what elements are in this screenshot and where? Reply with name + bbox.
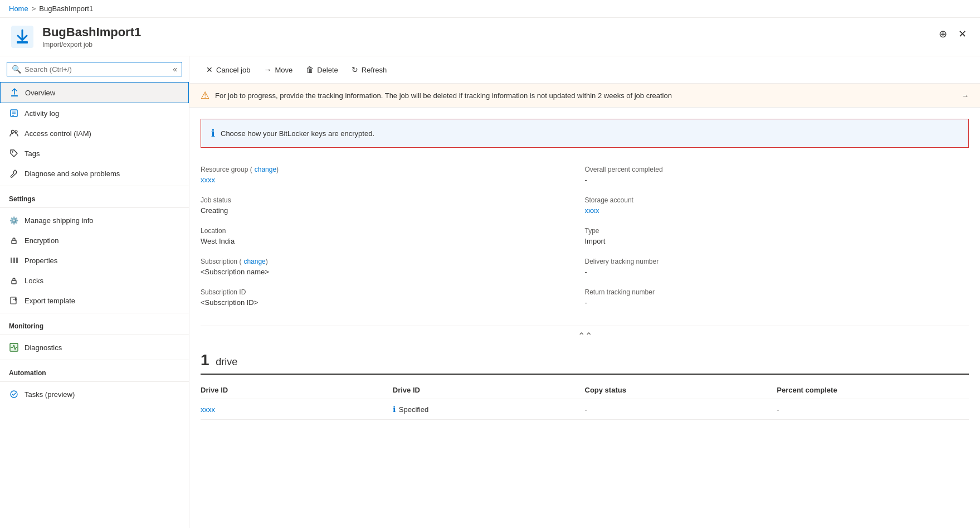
- details-section: Resource group (change) xxxx Job status …: [201, 161, 969, 314]
- tasks-icon: [9, 389, 19, 399]
- pin-button[interactable]: ⊕: [937, 26, 949, 42]
- drive-id-link[interactable]: xxxx: [201, 405, 215, 414]
- cancel-job-button[interactable]: ✕ Cancel job: [201, 62, 256, 77]
- drive-section: 1 drive Drive ID Drive ID Copy status Pe…: [201, 351, 969, 420]
- subscription-id-label: Subscription ID: [201, 288, 585, 296]
- subscription-id-value: <Subscription ID>: [201, 298, 585, 307]
- collapse-arrows-icon: ⌃⌃: [578, 331, 592, 341]
- detail-col-left: Resource group (change) xxxx Job status …: [201, 161, 585, 314]
- sidebar-item-properties[interactable]: Properties: [0, 250, 189, 270]
- breadcrumb: Home > BugBashImport1: [0, 0, 980, 18]
- location-item: Location West India: [201, 222, 585, 253]
- job-status-item: Job status Creating: [201, 192, 585, 222]
- drive-number: 1: [201, 351, 209, 369]
- sidebar-item-label-locks: Locks: [25, 277, 43, 285]
- sidebar-item-manage-shipping[interactable]: ⚙️ Manage shipping info: [0, 210, 189, 230]
- sidebar-item-locks[interactable]: Locks: [0, 270, 189, 290]
- col-header-drive-id-2: Drive ID: [393, 381, 585, 399]
- svg-rect-12: [13, 258, 15, 263]
- delete-icon: 🗑: [306, 65, 314, 74]
- return-tracking-item: Return tracking number -: [585, 284, 969, 314]
- info-box: ℹ Choose how your BitLocker keys are enc…: [201, 119, 969, 148]
- sidebar-divider-2: [0, 313, 189, 313]
- subscription-item: Subscription (change) <Subscription name…: [201, 253, 585, 284]
- automation-section-label: Automation: [0, 362, 189, 379]
- sidebar-item-label-shipping: Manage shipping info: [25, 216, 94, 225]
- sidebar-divider-automation: [0, 381, 189, 382]
- job-status-value: Creating: [201, 206, 585, 215]
- col-header-percent-complete: Percent complete: [777, 381, 969, 399]
- sidebar-item-tags[interactable]: Tags: [0, 143, 189, 163]
- tag-icon: [9, 148, 19, 158]
- sidebar-item-overview[interactable]: Overview: [0, 82, 189, 103]
- sidebar-item-label-encryption: Encryption: [25, 236, 58, 245]
- sidebar-item-label-diagnose: Diagnose and solve problems: [25, 169, 120, 178]
- overall-percent-item: Overall percent completed -: [585, 161, 969, 192]
- type-value: Import: [585, 237, 969, 245]
- collapse-sidebar-button[interactable]: «: [173, 65, 177, 74]
- storage-account-item: Storage account xxxx: [585, 192, 969, 222]
- move-label: Move: [275, 66, 292, 74]
- sidebar-item-diagnostics[interactable]: Diagnostics: [0, 337, 189, 357]
- move-button[interactable]: → Move: [258, 62, 298, 77]
- svg-rect-13: [16, 258, 18, 263]
- subscription-change-link[interactable]: change: [243, 258, 265, 265]
- sidebar-item-encryption[interactable]: Encryption: [0, 230, 189, 250]
- page-title: BugBashImport1: [42, 25, 141, 40]
- wrench-icon: [9, 168, 19, 178]
- close-button[interactable]: ✕: [956, 26, 969, 42]
- upload-icon: [9, 88, 19, 98]
- settings-section-label: Settings: [0, 188, 189, 205]
- lock2-icon: [9, 275, 19, 285]
- location-value: West India: [201, 237, 585, 245]
- sidebar-divider-monitoring: [0, 335, 189, 335]
- page-subtitle: Import/export job: [42, 41, 141, 49]
- subscription-label: Subscription (change): [201, 258, 585, 265]
- storage-account-value[interactable]: xxxx: [585, 206, 599, 215]
- sidebar-divider-settings: [0, 207, 189, 208]
- sidebar-item-export-template[interactable]: Export template: [0, 290, 189, 311]
- move-icon: →: [264, 65, 271, 74]
- delete-button[interactable]: 🗑 Delete: [300, 62, 344, 77]
- toolbar: ✕ Cancel job → Move 🗑 Delete ↻ Refresh: [189, 56, 980, 84]
- resource-group-item: Resource group (change) xxxx: [201, 161, 585, 192]
- sidebar-item-diagnose[interactable]: Diagnose and solve problems: [0, 163, 189, 183]
- search-container[interactable]: 🔍 «: [7, 62, 182, 76]
- warning-icon: ⚠: [201, 89, 209, 101]
- overall-percent-label: Overall percent completed: [585, 166, 969, 173]
- cell-percent-complete: -: [777, 399, 969, 420]
- specified-label: Specified: [399, 405, 428, 414]
- delivery-tracking-label: Delivery tracking number: [585, 258, 969, 265]
- lock-icon: [9, 235, 19, 245]
- svg-rect-10: [12, 240, 16, 244]
- sidebar-item-tasks[interactable]: Tasks (preview): [0, 384, 189, 404]
- cancel-icon: ✕: [206, 65, 213, 74]
- resource-group-change-link[interactable]: change: [255, 166, 276, 173]
- resource-group-value[interactable]: xxxx: [201, 176, 215, 184]
- overall-percent-value: -: [585, 176, 969, 184]
- sidebar-divider-3: [0, 360, 189, 360]
- refresh-icon: ↻: [352, 65, 358, 74]
- sidebar-item-activity-log[interactable]: Activity log: [0, 103, 189, 123]
- sidebar-item-label-overview: Overview: [25, 89, 55, 97]
- sidebar-item-label-diagnostics: Diagnostics: [25, 343, 62, 352]
- delivery-tracking-value: -: [585, 268, 969, 276]
- cell-copy-status: -: [585, 399, 777, 420]
- export-icon: [9, 296, 19, 306]
- refresh-button[interactable]: ↻ Refresh: [346, 62, 393, 77]
- warning-text: For job to progress, provide the trackin…: [215, 91, 672, 100]
- cell-drive-id-link: xxxx: [201, 399, 393, 420]
- delivery-tracking-item: Delivery tracking number -: [585, 253, 969, 284]
- drive-count: 1 drive: [201, 351, 969, 375]
- content-area: ✕ Cancel job → Move 🗑 Delete ↻ Refresh: [189, 56, 980, 528]
- breadcrumb-home[interactable]: Home: [9, 4, 28, 13]
- svg-point-7: [12, 130, 14, 133]
- svg-rect-2: [11, 95, 18, 96]
- sidebar-item-access-control[interactable]: Access control (IAM): [0, 123, 189, 143]
- subscription-value: <Subscription name>: [201, 268, 585, 276]
- main-layout: 🔍 « Overview Activity log: [0, 56, 980, 528]
- sidebar-item-label-properties: Properties: [25, 256, 57, 265]
- search-input[interactable]: [25, 65, 173, 74]
- gear-icon: ⚙️: [9, 215, 19, 225]
- info-icon: ℹ: [211, 127, 215, 139]
